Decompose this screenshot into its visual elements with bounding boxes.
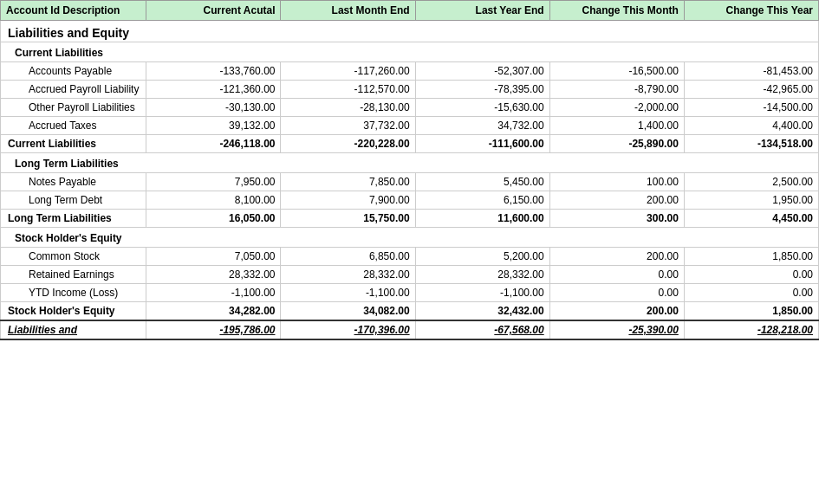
data-row: Long Term Debt8,100.007,900.006,150.0020… <box>1 191 819 210</box>
data-row: Accrued Taxes39,132.0037,732.0034,732.00… <box>1 117 819 135</box>
data-row: Other Payroll Liabilities-30,130.00-28,1… <box>1 99 819 117</box>
data-row: Common Stock7,050.006,850.005,200.00200.… <box>1 248 819 266</box>
data-row: Accrued Payroll Liability-121,360.00-112… <box>1 81 819 99</box>
col-header-changemonth: Change This Month <box>549 1 684 21</box>
subtotal-row: Long Term Liabilities16,050.0015,750.001… <box>1 210 819 228</box>
col-header-lastyear: Last Year End <box>415 1 549 21</box>
subsection-header-row: Stock Holder's Equity <box>1 228 819 248</box>
data-row: Notes Payable7,950.007,850.005,450.00100… <box>1 173 819 191</box>
subsection-header-row: Current Liabilities <box>1 42 819 62</box>
col-header-current: Current Acutal <box>146 1 281 21</box>
col-header-changeyear: Change This Year <box>684 1 818 21</box>
col-header-lastmonth: Last Month End <box>281 1 415 21</box>
col-header-account: Account Id Description <box>1 1 146 21</box>
data-row: Retained Earnings28,332.0028,332.0028,33… <box>1 266 819 284</box>
subtotal-row: Current Liabilities-246,118.00-220,228.0… <box>1 135 819 153</box>
subsection-header-row: Long Term Liabilities <box>1 153 819 173</box>
data-row: Accounts Payable-133,760.00-117,260.00-5… <box>1 62 819 81</box>
subtotal-row: Stock Holder's Equity34,282.0034,082.003… <box>1 302 819 321</box>
section-header-row: Liabilities and Equity <box>1 21 819 42</box>
financial-table: Account Id Description Current Acutal La… <box>0 0 819 340</box>
data-row: YTD Income (Loss)-1,100.00-1,100.00-1,10… <box>1 284 819 302</box>
total-row: Liabilities and-195,786.00-170,396.00-67… <box>1 320 819 339</box>
header-row: Account Id Description Current Acutal La… <box>1 1 819 21</box>
